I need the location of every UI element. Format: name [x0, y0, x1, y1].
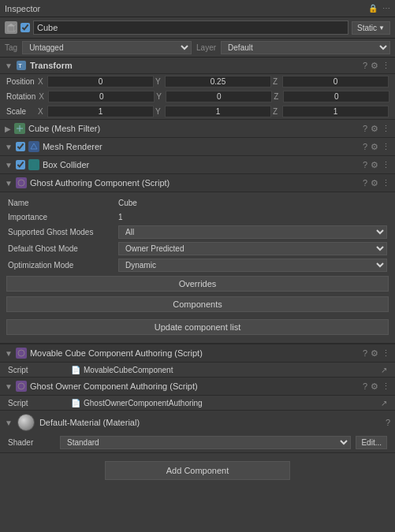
ghost-help[interactable]: ?	[363, 178, 367, 188]
position-x-input[interactable]	[47, 76, 154, 87]
ghost-authoring-section: ▼ Ghost Authoring Component (Script) ? ⚙…	[0, 174, 395, 344]
shader-row: Shader Standard Edit...	[0, 434, 395, 452]
transform-section: ▼ T Transform ? ⚙ ⋮ Position X Y Z	[0, 58, 395, 120]
mesh-filter-help[interactable]: ?	[363, 124, 367, 134]
mesh-filter-row[interactable]: ▶ Cube (Mesh Filter) ? ⚙ ⋮	[0, 120, 395, 138]
ghost-icon	[16, 177, 27, 188]
ghost-overflow[interactable]: ⋮	[382, 178, 390, 188]
box-collider-icon	[28, 159, 39, 170]
mesh-renderer-overflow[interactable]: ⋮	[382, 142, 390, 152]
ghost-authoring-header[interactable]: ▼ Ghost Authoring Component (Script) ? ⚙…	[0, 174, 395, 192]
ghost-owner-arrow: ▼	[5, 382, 13, 391]
add-component-area: Add Component	[0, 453, 395, 488]
material-header: ▼ Default-Material (Material) ?	[0, 411, 395, 434]
movable-cube-icon	[16, 348, 27, 359]
ghost-owner-script-label: Script	[8, 399, 71, 407]
scale-x: X	[38, 106, 154, 117]
transform-settings[interactable]: ⚙	[371, 61, 378, 71]
ghost-owner-header[interactable]: ▼ Ghost Owner Component Authoring (Scrip…	[0, 378, 395, 396]
ghost-modes-select[interactable]: All	[118, 225, 387, 239]
menu-icon[interactable]: ⋯	[382, 4, 390, 13]
position-y-input[interactable]	[165, 76, 271, 87]
movable-cube-script-label: Script	[8, 366, 71, 374]
ghost-optimization-select[interactable]: Dynamic	[118, 259, 387, 272]
movable-cube-overflow[interactable]: ⋮	[382, 348, 390, 359]
ghost-owner-link-icon[interactable]: ↗	[381, 399, 387, 407]
mesh-filter-arrow: ▶	[5, 125, 11, 133]
components-row: Components	[0, 294, 395, 314]
mesh-renderer-row[interactable]: ▼ Mesh Renderer ? ⚙ ⋮	[0, 138, 395, 156]
inspector-header: Inspector 🔒 ⋯	[0, 0, 395, 17]
scale-label: Scale	[6, 107, 35, 116]
lock-icon[interactable]: 🔒	[368, 4, 378, 13]
box-collider-settings[interactable]: ⚙	[371, 160, 378, 170]
mesh-filter-settings[interactable]: ⚙	[371, 124, 378, 134]
update-component-list-button[interactable]: Update component list	[6, 319, 389, 335]
mesh-renderer-checkbox[interactable]	[16, 142, 25, 151]
transform-icon: T	[16, 60, 27, 71]
mesh-renderer-settings[interactable]: ⚙	[371, 142, 378, 152]
ghost-owner-settings[interactable]: ⚙	[371, 381, 378, 392]
add-component-button[interactable]: Add Component	[105, 461, 290, 480]
scale-row: Scale X Y Z	[0, 104, 395, 119]
rotation-x: X	[39, 91, 155, 102]
shader-label: Shader	[8, 438, 55, 447]
ghost-settings[interactable]: ⚙	[371, 178, 378, 188]
movable-cube-help[interactable]: ?	[363, 348, 367, 359]
scale-y-input[interactable]	[165, 106, 271, 117]
movable-cube-link-icon[interactable]: ↗	[381, 366, 387, 374]
position-z: Z	[273, 76, 389, 87]
shader-edit-button[interactable]: Edit...	[356, 436, 387, 449]
ghost-default-mode-select[interactable]: Owner Predicted	[118, 242, 387, 255]
ghost-optimization-label: Optimization Mode	[8, 261, 118, 270]
ghost-owner-overflow[interactable]: ⋮	[382, 381, 390, 392]
ghost-name-value: Cube	[118, 199, 387, 207]
material-section: ▼ Default-Material (Material) ? Shader S…	[0, 411, 395, 453]
svg-marker-6	[31, 143, 37, 149]
rotation-row: Rotation X Y Z	[0, 89, 395, 104]
cube-icon	[5, 21, 17, 34]
object-bar: Static ▼	[0, 17, 395, 39]
rotation-y-input[interactable]	[166, 91, 272, 102]
object-active-checkbox[interactable]	[20, 23, 30, 32]
shader-select[interactable]: Standard	[60, 436, 351, 449]
box-collider-row[interactable]: ▼ Box Collider ? ⚙ ⋮	[0, 156, 395, 174]
overrides-button[interactable]: Overrides	[6, 276, 389, 292]
layer-select[interactable]: Default	[221, 41, 390, 54]
position-row: Position X Y Z	[0, 74, 395, 89]
scale-x-input[interactable]	[47, 106, 154, 117]
mesh-filter-overflow[interactable]: ⋮	[382, 124, 390, 134]
position-z-input[interactable]	[282, 76, 389, 87]
movable-cube-settings[interactable]: ⚙	[371, 348, 378, 359]
rotation-x-input[interactable]	[48, 91, 155, 102]
transform-help[interactable]: ?	[363, 61, 367, 70]
mesh-renderer-help[interactable]: ?	[363, 142, 367, 152]
movable-cube-header[interactable]: ▼ Movable Cube Component Authoring (Scri…	[0, 344, 395, 363]
ghost-optimization-row: Optimization Mode Dynamic	[0, 257, 395, 273]
object-name-input[interactable]	[33, 20, 348, 35]
material-help[interactable]: ?	[386, 418, 390, 427]
tag-select[interactable]: Untagged	[22, 41, 192, 54]
mesh-renderer-title: Mesh Renderer	[43, 142, 360, 151]
rotation-z-input[interactable]	[283, 91, 389, 102]
svg-point-10	[18, 383, 24, 389]
box-collider-overflow[interactable]: ⋮	[382, 160, 390, 170]
material-ball	[17, 414, 35, 431]
material-arrow[interactable]: ▼	[5, 419, 13, 427]
rotation-z: Z	[274, 91, 389, 102]
ghost-owner-section: ▼ Ghost Owner Component Authoring (Scrip…	[0, 378, 395, 411]
mesh-filter-icon	[14, 123, 25, 134]
components-button[interactable]: Components	[6, 296, 389, 312]
box-collider-arrow: ▼	[5, 161, 13, 169]
transform-overflow[interactable]: ⋮	[382, 61, 390, 71]
box-collider-help[interactable]: ?	[363, 160, 367, 170]
scale-z: Z	[273, 106, 389, 117]
transform-header[interactable]: ▼ T Transform ? ⚙ ⋮	[0, 58, 395, 74]
svg-rect-0	[8, 26, 14, 32]
static-button[interactable]: Static ▼	[352, 21, 390, 35]
scale-z-input[interactable]	[282, 106, 389, 117]
scale-inputs: X Y Z	[38, 106, 389, 117]
update-btn-area: Update component list	[0, 314, 395, 340]
ghost-owner-help[interactable]: ?	[363, 381, 367, 392]
box-collider-checkbox[interactable]	[16, 160, 25, 169]
